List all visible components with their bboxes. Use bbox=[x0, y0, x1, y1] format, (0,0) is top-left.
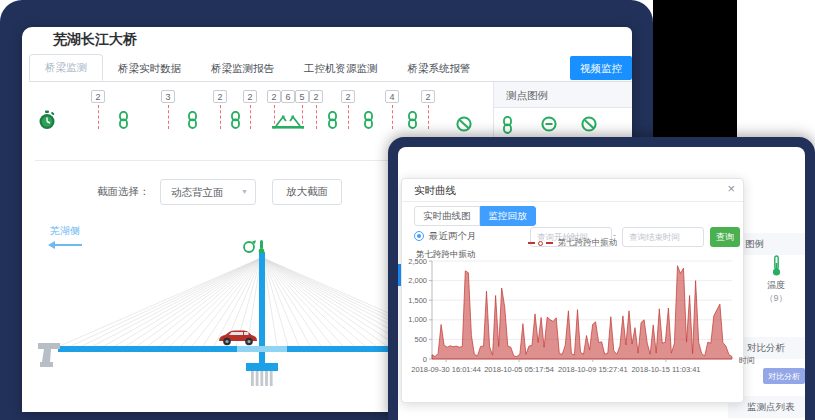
chain-link-icon[interactable] bbox=[501, 116, 514, 134]
radio-label: 最近两个月 bbox=[429, 230, 477, 243]
tab-bridge-monitor[interactable]: 桥梁监测 bbox=[29, 54, 103, 81]
dialog-title: 实时曲线 bbox=[414, 184, 456, 198]
dialog-header-divider bbox=[402, 201, 743, 202]
sensor-count-badge: 3 bbox=[161, 90, 175, 103]
vibration-chart: 05001,0001,5002,0002,5002018-09-30 16:01… bbox=[404, 255, 740, 383]
sensor-dash-line bbox=[168, 105, 169, 129]
tab-ipc-resource[interactable]: 工控机资源监测 bbox=[289, 55, 393, 81]
sensor-count-badge: 2 bbox=[267, 90, 281, 103]
background-black-region bbox=[653, 0, 737, 140]
secondary-window-content: 测点图例 温度 （9） 对比分析 对比分析 监测点列表 实时曲线 × 实时曲线 bbox=[398, 147, 805, 420]
no-entry-icon[interactable] bbox=[581, 116, 597, 132]
legend-panel-header: 测点图例 bbox=[494, 82, 632, 108]
svg-text:0: 0 bbox=[423, 355, 427, 364]
svg-text:2018-10-09 15:27:41: 2018-10-09 15:27:41 bbox=[558, 365, 628, 374]
section-select-label: 截面选择： bbox=[97, 185, 150, 199]
sensor-count-badge: 2 bbox=[421, 90, 435, 103]
sensor-count-badge: 5 bbox=[295, 90, 309, 103]
dialog-tab-group: 实时曲线图 监控回放 bbox=[414, 206, 536, 226]
query-end-input[interactable] bbox=[622, 227, 704, 247]
sensor-count-badge: 2 bbox=[213, 90, 227, 103]
chain-link-icon[interactable] bbox=[117, 111, 130, 129]
tower-top-sensor-icons bbox=[244, 240, 264, 254]
tower-cap bbox=[246, 363, 278, 371]
tab-monitor-report[interactable]: 桥梁监测报告 bbox=[196, 55, 289, 81]
chain-link-icon[interactable] bbox=[186, 111, 199, 129]
sensor-marker[interactable]: 2 bbox=[341, 90, 355, 129]
tab-bar: 桥梁监测 桥梁实时数据 桥梁监测报告 工控机资源监测 桥梁系统报警 bbox=[29, 56, 632, 82]
tab-monitor-playback[interactable]: 监控回放 bbox=[480, 206, 536, 226]
svg-text:500: 500 bbox=[414, 335, 427, 344]
chain-link-icon[interactable] bbox=[406, 111, 419, 129]
tab-realtime-data[interactable]: 桥梁实时数据 bbox=[103, 55, 196, 81]
car bbox=[219, 331, 257, 346]
compare-analysis-button[interactable]: 对比分析 bbox=[763, 368, 805, 384]
stopwatch-icon[interactable] bbox=[38, 110, 56, 130]
sensor-count-badge: 2 bbox=[341, 90, 355, 103]
svg-text:2018-09-30 16:01:44: 2018-09-30 16:01:44 bbox=[411, 365, 481, 374]
radio-last-two-months[interactable] bbox=[414, 231, 424, 241]
sensor-marker[interactable]: 2 bbox=[91, 90, 105, 129]
sensor-marker[interactable]: 4 bbox=[385, 90, 399, 129]
chain-link-icon[interactable] bbox=[326, 111, 339, 129]
sensor-marker[interactable]: 3 bbox=[161, 90, 175, 129]
sensor-count-badge: 2 bbox=[243, 90, 257, 103]
chain-link-icon[interactable] bbox=[229, 111, 242, 129]
secondary-app-window: 测点图例 温度 （9） 对比分析 对比分析 监测点列表 实时曲线 × 实时曲线 bbox=[388, 137, 815, 420]
sensor-count-badge: 2 bbox=[309, 90, 323, 103]
section-select-value: 动态背立面 bbox=[171, 186, 224, 198]
screenshot-root: 芜湖长江大桥 桥梁监测 桥梁实时数据 桥梁监测报告 工控机资源监测 桥梁系统报警… bbox=[0, 0, 815, 420]
svg-text:2018-10-05 05:17:54: 2018-10-05 05:17:54 bbox=[484, 365, 554, 374]
sensor-dash-line bbox=[428, 105, 429, 129]
sensor-count-badge: 6 bbox=[281, 90, 295, 103]
range-separator: - bbox=[613, 230, 616, 240]
temperature-label: 温度 bbox=[754, 279, 798, 292]
sensor-dash-line bbox=[348, 105, 349, 129]
sensor-dash-line bbox=[98, 105, 99, 129]
sensor-dash-line bbox=[392, 105, 393, 129]
sensor-marker[interactable]: 2 bbox=[421, 90, 435, 129]
video-monitor-button[interactable]: 视频监控 bbox=[570, 56, 632, 80]
bridge-deck-joint bbox=[237, 346, 287, 352]
svg-text:2,500: 2,500 bbox=[408, 257, 427, 266]
sensor-marker[interactable]: 2 bbox=[243, 90, 257, 129]
sensor-dash-line bbox=[220, 105, 221, 129]
svg-text:时间: 时间 bbox=[739, 356, 755, 365]
svg-text:2018-10-15 11:03:41: 2018-10-15 11:03:41 bbox=[631, 365, 700, 374]
tab-realtime-curve[interactable]: 实时曲线图 bbox=[414, 206, 480, 226]
sensor-marker[interactable]: 2 bbox=[213, 90, 227, 129]
left-abutment bbox=[38, 343, 60, 367]
legend-item-temperature[interactable]: 温度 （9） bbox=[754, 255, 798, 305]
chain-link-icon[interactable] bbox=[362, 111, 375, 129]
bridge-crane-icon[interactable] bbox=[272, 113, 304, 129]
page-title: 芜湖长江大桥 bbox=[53, 31, 137, 49]
chevron-down-icon: ▼ bbox=[241, 180, 248, 204]
circle-minus-icon[interactable] bbox=[541, 116, 557, 132]
no-entry-icon[interactable] bbox=[456, 116, 472, 132]
temperature-count: （9） bbox=[754, 292, 798, 305]
tower-piles bbox=[251, 371, 273, 386]
query-button[interactable]: 查询 bbox=[710, 227, 740, 247]
realtime-curve-dialog: 实时曲线 × 实时曲线图 监控回放 最近两个月 - 查询 第七跨跨中振动 bbox=[401, 178, 744, 403]
close-icon[interactable]: × bbox=[727, 181, 735, 196]
sensor-count-badge: 4 bbox=[385, 90, 399, 103]
zoom-section-button[interactable]: 放大截面 bbox=[272, 179, 342, 205]
svg-text:2,000: 2,000 bbox=[408, 276, 427, 285]
svg-text:1,000: 1,000 bbox=[408, 315, 427, 324]
sensor-dash-line bbox=[316, 105, 317, 129]
sensor-marker[interactable]: 2 bbox=[309, 90, 323, 129]
svg-text:1,500: 1,500 bbox=[408, 296, 427, 305]
thermometer-icon bbox=[772, 255, 781, 277]
query-start-input[interactable] bbox=[530, 227, 612, 247]
section-select-dropdown[interactable]: 动态背立面 ▼ bbox=[160, 179, 256, 205]
sensor-count-badge: 2 bbox=[91, 90, 105, 103]
bridge-side-label: 芜湖侧 bbox=[50, 224, 80, 238]
tab-system-alarm[interactable]: 桥梁系统报警 bbox=[393, 55, 486, 81]
sensor-dash-line bbox=[250, 105, 251, 129]
